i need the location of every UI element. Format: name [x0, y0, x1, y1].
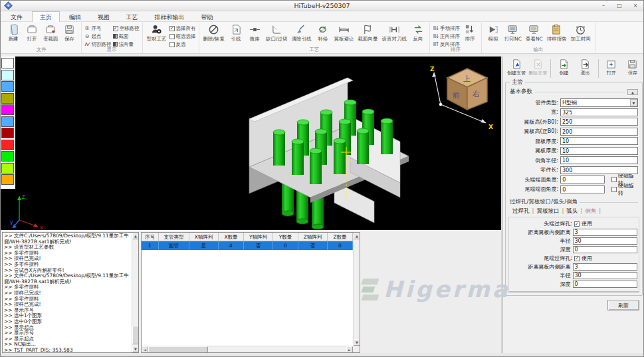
table-cell[interactable]: 1	[142, 241, 159, 250]
toggle-start-point[interactable]: ⊖起点	[84, 33, 112, 40]
lead-line-button[interactable]: 引线	[227, 23, 245, 43]
scroll-up-icon[interactable]: ▲	[354, 233, 360, 239]
save-button[interactable]: 保存	[61, 23, 78, 43]
dropdown-arrow-icon[interactable]: ▼	[630, 99, 637, 106]
table-cell[interactable]: 4	[219, 241, 244, 250]
color-swatch[interactable]	[1, 151, 14, 162]
color-swatch[interactable]	[1, 128, 14, 138]
table-cell[interactable]: 是	[189, 241, 219, 250]
minimize-button[interactable]: –	[598, 1, 609, 10]
tab-flange-groove[interactable]: 翼板坡口	[534, 207, 562, 215]
table-header-cell[interactable]: Y轴阵列	[244, 233, 273, 241]
micro-joint-button[interactable]: 微连	[246, 23, 263, 43]
table-cell[interactable]: 圆管	[159, 241, 189, 250]
new-button[interactable]: 新建	[5, 23, 22, 43]
create-button[interactable]: 创建	[553, 59, 574, 76]
scroll-thumb[interactable]	[148, 346, 208, 353]
tail-inner-dist-input[interactable]: 3	[573, 263, 637, 271]
manual-sort-button[interactable]: 手动排序	[433, 25, 460, 32]
tab-arc-head[interactable]: 弧头	[564, 207, 580, 215]
menu-edit[interactable]: 编辑	[62, 12, 88, 23]
table-vscrollbar[interactable]: ▲ ▼	[353, 233, 360, 346]
compensate-button[interactable]: 补偿	[314, 23, 332, 43]
chamfer-radius-input[interactable]: 10	[560, 156, 638, 164]
table-header-cell[interactable]: 支管类型	[159, 233, 189, 241]
web-thickness-input[interactable]: 10	[560, 137, 638, 145]
cube-face-top[interactable]: 上	[463, 74, 471, 83]
log-scrollbar[interactable]: ▲ ▼	[132, 233, 138, 352]
scroll-right-icon[interactable]: ►	[346, 346, 353, 353]
head-angle-input[interactable]: 0	[560, 176, 605, 183]
table-header-cell[interactable]: X轴阵列	[189, 233, 219, 241]
menu-nest-output[interactable]: 排样和输出	[147, 12, 191, 23]
part-length-input[interactable]: 300	[560, 166, 638, 174]
toggle-section[interactable]: 截面	[113, 33, 140, 40]
color-swatch[interactable]	[1, 81, 14, 92]
refresh-button[interactable]: 刷新	[607, 300, 639, 310]
menu-help[interactable]: 帮助	[193, 12, 220, 23]
tail-radius-input[interactable]: 30	[573, 272, 637, 279]
width-input[interactable]: 325	[560, 108, 638, 116]
exit-button[interactable]: 退出	[574, 59, 595, 76]
color-swatch[interactable]	[1, 58, 14, 68]
close-button[interactable]: ×	[630, 1, 641, 10]
menu-file[interactable]: 文件	[3, 12, 30, 23]
reverse-direction-button[interactable]: 反向	[409, 23, 427, 43]
tail-use-checkbox[interactable]: ✓使用	[574, 255, 592, 262]
table-cell[interactable]: 否	[298, 241, 328, 250]
view-nc-button[interactable]: 查看NC	[524, 23, 544, 43]
panel-open-button[interactable]: 打开	[601, 59, 622, 76]
print-nc-button[interactable]: 打印NC	[503, 23, 523, 43]
delete-restore-button[interactable]: 删除/恢复	[202, 23, 227, 43]
tab-weld-hole[interactable]: 过焊孔	[510, 207, 532, 215]
cube-face-right[interactable]: 右	[473, 90, 480, 98]
collapse-params-button[interactable]: ▲	[627, 89, 638, 95]
table-header-cell[interactable]: X数量	[219, 233, 244, 241]
toggle-seq-number[interactable]: ①序号	[84, 25, 112, 32]
create-branch-button[interactable]: 创建支管	[506, 59, 527, 76]
head-use-checkbox[interactable]: ✓使用	[574, 220, 592, 227]
tail-rotate-checkbox[interactable]: 绕轴旋转	[611, 182, 638, 197]
section-vector-button[interactable]: 截面向量	[357, 23, 379, 43]
flange-thickness-input[interactable]: 10	[560, 147, 638, 155]
color-swatch[interactable]	[1, 174, 14, 185]
head-depth-input[interactable]: 0	[573, 246, 637, 253]
sort-button[interactable]: 排序	[461, 23, 479, 43]
open-button[interactable]: 打开	[23, 23, 41, 43]
flange-front-input[interactable]: 200	[560, 128, 638, 136]
tail-depth-input[interactable]: 0	[573, 281, 637, 288]
menu-process[interactable]: 工艺	[119, 12, 146, 23]
color-swatch[interactable]	[1, 163, 14, 174]
color-swatch[interactable]	[1, 93, 14, 104]
tool-align-line-button[interactable]: 设置对刀线	[381, 23, 409, 43]
toggle-rapid-path[interactable]: ✓空移路径	[113, 25, 140, 32]
delete-branch-button[interactable]: 删除支管	[527, 59, 548, 76]
maximize-button[interactable]: □	[614, 1, 625, 10]
box-select-checkbox[interactable]: 框选选择	[169, 33, 196, 40]
forward-sort-button[interactable]: 正向排序	[433, 33, 460, 40]
table-cell[interactable]: 0	[328, 241, 353, 250]
flange-outer-input[interactable]: 250	[560, 118, 638, 126]
machining-time-button[interactable]: 加工时间	[570, 23, 592, 43]
head-inner-dist-input[interactable]: 3	[573, 229, 637, 236]
scroll-up-icon[interactable]: ▲	[132, 233, 139, 239]
table-header-cell[interactable]: 序号	[142, 233, 159, 241]
hbeam-model[interactable]: x	[249, 78, 409, 229]
cube-face-front[interactable]: 前	[452, 91, 460, 100]
profile-process-button[interactable]: 型材工艺	[146, 23, 168, 43]
table-header-cell[interactable]: Z数量	[328, 233, 353, 241]
viewport-3d[interactable]: x Z X 上 前 右 z x	[1, 57, 501, 230]
table-cell[interactable]: 0	[273, 241, 298, 250]
color-swatch[interactable]	[1, 70, 14, 80]
table-header-cell[interactable]: Z轴阵列	[298, 233, 328, 241]
color-swatch[interactable]	[1, 116, 14, 127]
tail-angle-input[interactable]: 0	[560, 185, 605, 193]
color-swatch[interactable]	[1, 104, 14, 115]
pipe-type-select[interactable]: H型钢 ▼	[560, 98, 638, 107]
table-cell[interactable]: 否	[244, 241, 273, 250]
orientation-cube[interactable]: Z X 上 前 右	[430, 66, 493, 130]
panel-save-button[interactable]: 保存	[622, 59, 643, 76]
scroll-down-icon[interactable]: ▼	[132, 346, 139, 352]
head-radius-input[interactable]: 30	[573, 237, 637, 245]
select-all-checkbox[interactable]: ✓选择所有	[169, 25, 196, 32]
